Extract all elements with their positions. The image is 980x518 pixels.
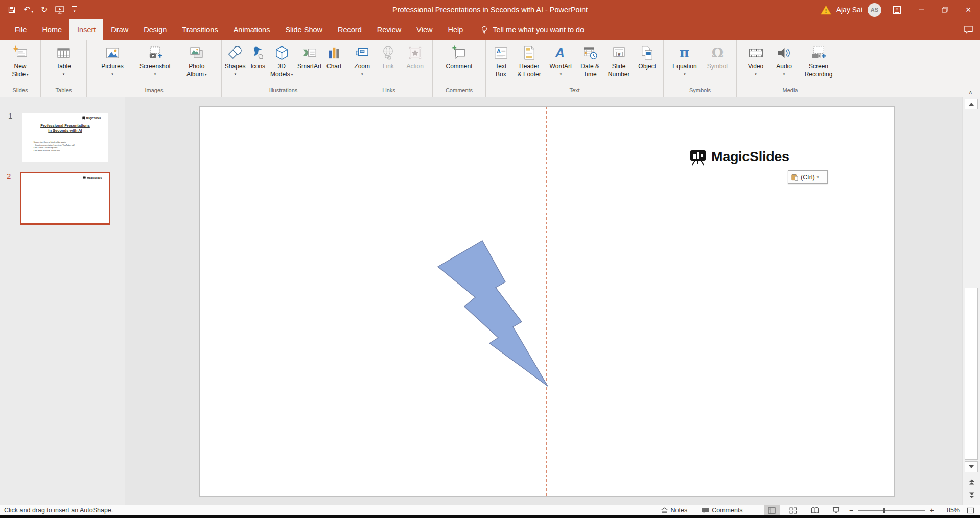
comment-button[interactable]: Comment	[444, 41, 474, 78]
dropdown-chevron: ▾	[560, 72, 562, 76]
slide-sorter-icon	[789, 507, 797, 514]
save-button[interactable]	[8, 6, 16, 14]
start-from-beginning-button[interactable]	[55, 6, 64, 14]
fit-to-window-button[interactable]	[965, 505, 976, 515]
shapes-button[interactable]: Shapes▾	[223, 41, 247, 78]
zoom-slider[interactable]	[858, 510, 925, 511]
action-icon	[407, 42, 423, 63]
magicslides-logo-icon	[689, 148, 707, 166]
screen-recording-button[interactable]: ScreenRecording	[803, 41, 834, 78]
smartart-button[interactable]: SmartArt	[296, 41, 323, 78]
slide-show-icon	[832, 507, 840, 514]
tell-me-box[interactable]: Tell me what you want to do	[481, 19, 584, 40]
group-label-comments: Comments	[433, 86, 485, 97]
tab-transitions[interactable]: Transitions	[174, 19, 225, 40]
audio-button[interactable]: Audio▾	[775, 41, 794, 78]
table-button[interactable]: Table▾	[54, 41, 73, 78]
quick-access-toolbar: ↶▾ ↻ ▾	[0, 6, 77, 14]
magicslides-mini-logo: MagicSlides	[82, 116, 101, 120]
double-arrow-down-icon	[969, 492, 975, 499]
group-label-images: Images	[87, 86, 221, 97]
previous-slide-button[interactable]	[966, 476, 977, 487]
action-button: Action	[405, 41, 425, 78]
ribbon: NewSlide▾ Slides Table▾ Tables Pictures▾…	[0, 40, 980, 97]
header-footer-button[interactable]: Header& Footer	[516, 41, 543, 78]
new-slide-button[interactable]: NewSlide▾	[10, 41, 30, 78]
slide-sorter-view-button[interactable]	[786, 505, 801, 515]
svg-text:Ω: Ω	[712, 45, 724, 60]
comments-button[interactable]: Comments	[702, 507, 742, 514]
dropdown-chevron: ▾	[291, 73, 293, 77]
paste-options-button[interactable]: (Ctrl) ▾	[788, 170, 828, 184]
editing-area: MagicSlides (Ctrl) ▾	[125, 97, 962, 505]
slide-number-button[interactable]: # SlideNumber	[606, 41, 632, 78]
tab-draw[interactable]: Draw	[103, 19, 136, 40]
group-media: Video▾ Audio▾ ScreenRecording Media	[737, 40, 844, 97]
wordart-button[interactable]: A WordArt▾	[548, 41, 574, 78]
tab-design[interactable]: Design	[136, 19, 174, 40]
collapse-ribbon-button[interactable]: ∧	[969, 89, 972, 95]
slide-2-number: 2	[7, 172, 11, 180]
tab-file[interactable]: File	[7, 19, 34, 40]
tab-slide-show[interactable]: Slide Show	[277, 19, 330, 40]
next-slide-button[interactable]	[966, 489, 977, 501]
tab-insert[interactable]: Insert	[69, 19, 103, 40]
lightning-bolt-shape[interactable]	[434, 237, 551, 390]
slide-show-view-button[interactable]	[829, 505, 844, 515]
customize-qat-button[interactable]: ▾	[72, 6, 77, 13]
pictures-icon	[105, 42, 121, 63]
scrollbar-thumb[interactable]	[965, 288, 978, 460]
magicslides-logo[interactable]: MagicSlides	[689, 148, 789, 166]
redo-button[interactable]: ↻	[41, 6, 48, 14]
tab-help[interactable]: Help	[440, 19, 471, 40]
tab-home[interactable]: Home	[34, 19, 69, 40]
notes-icon	[661, 507, 668, 514]
chart-button[interactable]: Chart	[324, 41, 343, 78]
undo-dropdown-chevron[interactable]: ▾	[31, 9, 33, 14]
tab-record[interactable]: Record	[330, 19, 369, 40]
object-button[interactable]: Object	[637, 41, 658, 78]
tab-animations[interactable]: Animations	[226, 19, 278, 40]
tab-view[interactable]: View	[409, 19, 440, 40]
vertical-scrollbar[interactable]	[962, 97, 980, 505]
3d-models-button[interactable]: 3DModels▾	[269, 41, 294, 78]
sync-warning-icon[interactable]: !	[821, 5, 831, 15]
undo-button[interactable]: ↶▾	[24, 6, 33, 14]
pictures-button[interactable]: Pictures▾	[100, 41, 125, 78]
slide-canvas[interactable]: MagicSlides (Ctrl) ▾	[199, 106, 895, 497]
group-slides: NewSlide▾ Slides	[0, 40, 41, 97]
zoom-in-button[interactable]: +	[930, 506, 934, 514]
screenshot-icon	[147, 42, 163, 63]
scroll-down-button[interactable]	[965, 461, 978, 472]
avatar[interactable]: AS	[868, 3, 881, 17]
notes-button[interactable]: Notes	[661, 507, 688, 514]
screen-edge	[0, 515, 980, 518]
zoom-out-button[interactable]: −	[849, 506, 853, 514]
slide-2-thumbnail-selected[interactable]: MagicSlides	[20, 172, 110, 225]
screenshot-button[interactable]: Screenshot▾	[138, 41, 172, 78]
zoom-button[interactable]: Zoom▾	[353, 41, 371, 78]
date-time-button[interactable]: Date &Time	[579, 41, 601, 78]
slide-1-thumbnail[interactable]: MagicSlides Professional Presentations i…	[22, 113, 108, 162]
scroll-up-button[interactable]	[965, 99, 978, 109]
new-slide-icon	[12, 42, 28, 63]
video-button[interactable]: Video▾	[746, 41, 765, 78]
zoom-slider-thumb[interactable]	[883, 508, 885, 513]
start-presentation-icon	[55, 6, 64, 14]
ribbon-display-options-button[interactable]	[893, 6, 901, 14]
equation-button[interactable]: π Equation▾	[671, 41, 698, 78]
symbol-button: Ω Symbol	[706, 41, 729, 78]
zoom-level[interactable]: 85%	[938, 507, 960, 514]
icons-button[interactable]: Icons	[248, 41, 267, 78]
photo-album-button[interactable]: PhotoAlbum▾	[185, 41, 208, 78]
minimize-button[interactable]	[909, 0, 933, 19]
normal-view-button[interactable]	[764, 505, 780, 515]
text-box-button[interactable]: A TextBox	[492, 41, 510, 78]
reading-view-button[interactable]	[807, 505, 823, 515]
share-comment-icon[interactable]	[964, 25, 973, 34]
close-button[interactable]: ✕	[956, 0, 980, 19]
account-name[interactable]: Ajay Sai	[836, 6, 862, 14]
group-label-illustrations: Illustrations	[222, 86, 345, 97]
restore-button[interactable]	[933, 0, 956, 19]
tab-review[interactable]: Review	[369, 19, 409, 40]
